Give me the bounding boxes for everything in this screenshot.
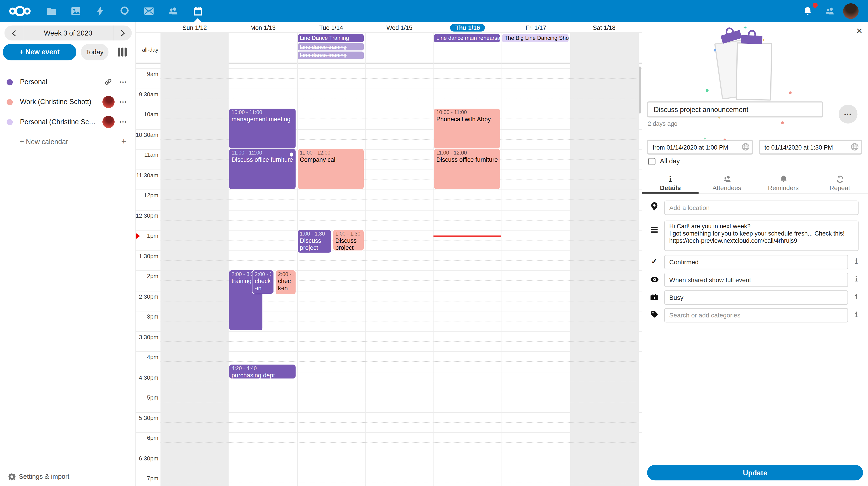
user-avatar[interactable]	[843, 3, 859, 19]
tab-repeat[interactable]: Repeat	[811, 172, 868, 194]
event-menu-button[interactable]: •••	[839, 105, 857, 123]
event-check-in[interactable]: 2:00 - 2:20check-in	[252, 270, 274, 294]
calendar-name: Personal (Christine Schott)	[20, 118, 98, 126]
files-app-icon[interactable]	[43, 4, 60, 18]
calendar-list-item[interactable]: Personal (Christine Schott)•••	[0, 112, 135, 132]
categories-info-icon[interactable]: i	[853, 310, 860, 319]
calendar-menu-button[interactable]: •••	[120, 99, 127, 105]
visibility-info-icon[interactable]: i	[853, 275, 860, 283]
gear-icon	[8, 473, 16, 483]
event-title-input[interactable]	[647, 102, 823, 117]
event-management-meeting[interactable]: 10:00 - 11:00management meeting	[229, 109, 296, 148]
event-discuss-office-furniture[interactable]: 11:00 - 12:00Discuss office furniture	[229, 149, 296, 189]
event-discuss-project[interactable]: 1:00 - 1:30Discuss project	[333, 230, 364, 251]
calendar-list-item[interactable]: Personal•••	[0, 72, 135, 92]
time-row-line	[135, 169, 642, 170]
end-datetime-input[interactable]	[759, 140, 862, 154]
plus-icon: +	[121, 137, 126, 146]
all-day-checkbox[interactable]	[648, 158, 655, 165]
calendar-menu-button[interactable]: •••	[120, 79, 127, 85]
weekend-shading	[570, 32, 638, 486]
time-row-line	[135, 230, 642, 230]
event-company-call[interactable]: 11:00 - 12:00Company call	[298, 149, 364, 189]
allday-event[interactable]: Line dance training	[298, 43, 364, 51]
description-textarea[interactable]: Hi Carl! are you in next week? I got som…	[664, 221, 859, 251]
tab-details[interactable]: iDetails	[642, 172, 699, 194]
notifications-bell-icon[interactable]	[799, 4, 816, 18]
day-header-sat[interactable]: Sat 1/18	[570, 23, 638, 32]
start-datetime-input[interactable]	[647, 140, 753, 154]
talk-app-icon[interactable]	[116, 4, 133, 18]
photos-app-icon[interactable]	[68, 4, 84, 18]
calendar-list-item[interactable]: Work (Christine Schott)•••	[0, 92, 135, 112]
next-week-button[interactable]	[114, 26, 132, 40]
event-discuss-project-announcement[interactable]: 1:00 - 1:30Discuss project announcement	[298, 230, 331, 253]
visibility-select[interactable]	[664, 273, 848, 287]
time-label: 3:30pm	[135, 333, 158, 340]
grid-scrollbar[interactable]	[639, 66, 641, 114]
view-toggle-icon[interactable]	[117, 47, 128, 58]
active-app-indicator	[194, 18, 202, 22]
time-label: 4pm	[135, 353, 158, 360]
new-calendar-label: + New calendar	[20, 138, 68, 146]
mail-app-icon[interactable]	[141, 4, 157, 18]
time-row-line	[135, 190, 642, 190]
tab-attendees[interactable]: Attendees	[699, 172, 755, 194]
previous-week-button[interactable]	[4, 26, 23, 40]
day-header-tue[interactable]: Tue 1/14	[297, 23, 365, 32]
allday-event[interactable]: Line dance main rehearsal	[434, 34, 500, 42]
time-row-line	[135, 68, 642, 68]
event-purchasing-dept[interactable]: 4:20 - 4:40purchasing dept	[229, 365, 296, 378]
time-row-line	[135, 453, 642, 453]
day-header-sun[interactable]: Sun 1/12	[160, 23, 229, 32]
day-header-fri[interactable]: Fri 1/17	[502, 23, 570, 32]
event-discuss-office-furniture[interactable]: 11:00 - 12:00Discuss office furniture	[434, 149, 500, 189]
allday-event[interactable]: Line Dance Training	[298, 34, 364, 42]
close-icon[interactable]: ×	[856, 26, 862, 37]
contacts-menu-icon[interactable]	[822, 4, 838, 18]
freebusy-info-icon[interactable]: i	[853, 292, 860, 301]
event-title-label: Company call	[300, 156, 362, 163]
time-row-line	[135, 412, 642, 412]
calendar-week-grid: all-day Sun 1/12Mon 1/13Tue 1/14Wed 1/15…	[135, 22, 642, 486]
contacts-app-icon[interactable]	[165, 4, 182, 18]
update-button[interactable]: Update	[647, 465, 863, 481]
timezone-globe-icon[interactable]	[742, 143, 749, 153]
calendar-menu-button[interactable]: •••	[120, 119, 127, 125]
allday-row-label: all-day	[135, 47, 158, 53]
status-info-icon[interactable]: i	[853, 257, 860, 265]
settings-import-button[interactable]: Settings & import	[0, 469, 135, 485]
new-calendar-button[interactable]: + New calendar+	[0, 132, 135, 152]
timezone-globe-icon[interactable]	[851, 143, 859, 153]
share-link-icon[interactable]	[104, 78, 112, 88]
day-header-mon[interactable]: Mon 1/13	[229, 23, 297, 32]
location-input[interactable]	[664, 201, 859, 215]
settings-import-label: Settings & import	[19, 473, 69, 480]
current-time-line	[434, 235, 501, 236]
quarter-hour-line	[160, 240, 638, 240]
tab-label: Repeat	[811, 184, 868, 191]
today-button[interactable]: Today	[81, 44, 108, 60]
new-event-button[interactable]: + New event	[3, 44, 76, 60]
event-check-in[interactable]: 2:00 - 2:20check-in	[276, 270, 296, 294]
quarter-hour-line	[160, 442, 638, 443]
time-label: 5:30pm	[135, 414, 158, 421]
time-row-line	[135, 331, 642, 332]
info-icon: i	[642, 174, 699, 184]
day-header-thu[interactable]: Thu 1/16	[434, 23, 502, 32]
categories-tag-icon	[650, 310, 659, 320]
freebusy-select[interactable]	[664, 290, 848, 305]
status-select[interactable]	[664, 255, 848, 269]
week-label[interactable]: Week 3 of 2020	[23, 26, 114, 40]
nextcloud-logo-icon[interactable]	[8, 4, 32, 18]
left-sidebar: Week 3 of 2020 + New event Today Persona…	[0, 22, 135, 486]
event-phonecall-with-abby[interactable]: 10:00 - 11:00Phonecall with Abby	[434, 109, 500, 148]
calendar-app-icon[interactable]	[189, 4, 206, 18]
categories-input[interactable]	[664, 308, 848, 323]
allday-event[interactable]: Line dance training	[298, 52, 364, 59]
event-title-label: check-in	[278, 278, 293, 291]
tab-reminders[interactable]: Reminders	[755, 172, 811, 194]
day-header-wed[interactable]: Wed 1/15	[365, 23, 434, 32]
activity-app-icon[interactable]	[92, 4, 108, 18]
allday-event[interactable]: The Big Line Dancing Show	[502, 34, 568, 42]
